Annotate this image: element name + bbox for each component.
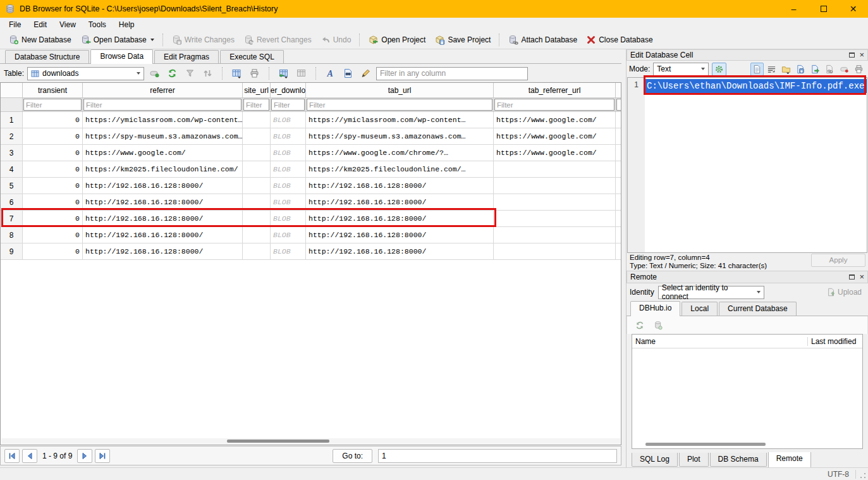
- sort-columns-icon[interactable]: [200, 66, 215, 80]
- cell-site-url[interactable]: [243, 161, 271, 178]
- row-number[interactable]: 4: [1, 161, 23, 178]
- filter-any-column-input[interactable]: [376, 67, 528, 80]
- refresh-icon[interactable]: [165, 66, 180, 80]
- cell-tab-referrer-url[interactable]: [494, 178, 616, 194]
- column-header-referrer[interactable]: referrer: [83, 83, 243, 98]
- cell-transient[interactable]: 0: [23, 194, 83, 211]
- cell-clipped[interactable]: [616, 112, 621, 128]
- menu-tools[interactable]: Tools: [82, 19, 113, 30]
- row-number[interactable]: 2: [1, 128, 23, 145]
- menu-view[interactable]: View: [53, 19, 82, 30]
- tab-execute-sql[interactable]: Execute SQL: [220, 50, 284, 63]
- import-records-icon[interactable]: [276, 66, 291, 80]
- table-row[interactable]: 50http://192.168.16.128:8000/BLOBhttp://…: [1, 178, 621, 194]
- cell-tab-referrer-url[interactable]: [494, 227, 616, 243]
- cell-site-url[interactable]: [243, 211, 271, 227]
- cell-referrer[interactable]: https://spy-museum.s3.amazonaws.com…: [83, 128, 243, 145]
- tab-database-structure[interactable]: Database Structure: [5, 50, 89, 63]
- cell-tab-referrer-url[interactable]: https://www.google.com/: [494, 145, 616, 161]
- mode-select[interactable]: Text: [653, 63, 709, 76]
- close-dock-icon[interactable]: ×: [859, 52, 864, 58]
- goto-button[interactable]: Go to:: [333, 449, 372, 463]
- cell-clipped[interactable]: [616, 243, 621, 260]
- tab-browse-data[interactable]: Browse Data: [90, 49, 153, 64]
- cell-referrer[interactable]: http://192.168.16.128:8000/: [83, 194, 243, 211]
- menu-help[interactable]: Help: [113, 19, 141, 30]
- revert-changes-button[interactable]: Revert Changes: [239, 33, 316, 47]
- cell-referrer[interactable]: https://ymiclassroom.com/wp-content…: [83, 112, 243, 128]
- save-view-icon[interactable]: [229, 66, 244, 80]
- tab-current-database[interactable]: Current Database: [719, 302, 797, 316]
- font-format-icon[interactable]: A: [323, 66, 338, 80]
- cell-transient[interactable]: 0: [23, 211, 83, 227]
- cell-site-url[interactable]: [243, 243, 271, 260]
- cell-embedder-download-data[interactable]: BLOB: [271, 128, 306, 145]
- cell-embedder-download-data[interactable]: BLOB: [271, 161, 306, 178]
- row-number[interactable]: 5: [1, 178, 23, 194]
- menu-file[interactable]: File: [3, 19, 27, 30]
- row-number[interactable]: 1: [1, 112, 23, 128]
- cell-clipped[interactable]: [616, 178, 621, 194]
- cell-transient[interactable]: 0: [23, 145, 83, 161]
- auto-switch-mode-button[interactable]: [712, 63, 726, 76]
- row-number[interactable]: 3: [1, 145, 23, 161]
- print-cell-icon[interactable]: [852, 63, 865, 76]
- cell-referrer[interactable]: https://www.google.com/: [83, 145, 243, 161]
- cell-tab-referrer-url[interactable]: [494, 161, 616, 178]
- filter-input-site-url[interactable]: [243, 99, 269, 111]
- remote-list-scrollbar-thumb[interactable]: [645, 443, 766, 446]
- undo-button[interactable]: Undo: [316, 33, 356, 47]
- cell-site-url[interactable]: [243, 145, 271, 161]
- table-row[interactable]: 60http://192.168.16.128:8000/BLOBhttp://…: [1, 194, 621, 211]
- remote-list-scrollbar[interactable]: [633, 443, 862, 446]
- cell-referrer[interactable]: http://192.168.16.128:8000/: [83, 178, 243, 194]
- column-header-tab-url[interactable]: tab_url: [306, 83, 494, 98]
- close-dock-icon[interactable]: ×: [859, 274, 864, 280]
- row-number[interactable]: 6: [1, 194, 23, 211]
- cell-embedder-download-data[interactable]: BLOB: [271, 178, 306, 194]
- cell-tab-url[interactable]: http://192.168.16.128:8000/: [306, 194, 494, 211]
- open-external-link-icon[interactable]: [823, 63, 836, 76]
- clear-filters-icon[interactable]: [183, 66, 197, 80]
- cell-transient[interactable]: 0: [23, 243, 83, 260]
- export-records-icon[interactable]: [294, 66, 309, 80]
- tab-db-schema[interactable]: DB Schema: [710, 453, 767, 467]
- cell-site-url[interactable]: [243, 227, 271, 243]
- cell-tab-referrer-url[interactable]: [494, 211, 616, 227]
- word-wrap-icon[interactable]: [765, 63, 778, 76]
- close-database-button[interactable]: Close Database: [582, 33, 657, 47]
- tab-dbhub[interactable]: DBHub.io: [630, 301, 680, 316]
- cell-tab-url[interactable]: http://192.168.16.128:8000/: [306, 227, 494, 243]
- maximize-button[interactable]: [809, 0, 838, 18]
- open-project-button[interactable]: Open Project: [364, 33, 430, 47]
- goto-input[interactable]: [378, 449, 617, 463]
- cell-site-url[interactable]: [243, 128, 271, 145]
- remote-clone-database-icon[interactable]: [651, 318, 665, 332]
- export-to-file-icon[interactable]: [794, 63, 807, 76]
- cell-referrer[interactable]: https://km2025.filecloudonline.com/: [83, 161, 243, 178]
- cell-tab-referrer-url[interactable]: [494, 243, 616, 260]
- filter-input-referrer[interactable]: [83, 99, 241, 111]
- cell-transient[interactable]: 0: [23, 161, 83, 178]
- float-dock-icon[interactable]: [849, 274, 855, 280]
- close-button[interactable]: ✕: [838, 0, 868, 18]
- next-record-button[interactable]: [77, 449, 92, 463]
- column-header-site-url[interactable]: site_url: [243, 83, 271, 98]
- cell-embedder-download-data[interactable]: BLOB: [271, 112, 306, 128]
- cell-tab-url[interactable]: http://192.168.16.128:8000/: [306, 178, 494, 194]
- row-number[interactable]: 7: [1, 211, 23, 227]
- cell-site-url[interactable]: [243, 178, 271, 194]
- cell-transient[interactable]: 0: [23, 128, 83, 145]
- grid-horizontal-scrollbar[interactable]: [1, 438, 620, 444]
- last-record-button[interactable]: [95, 449, 110, 463]
- cell-embedder-download-data[interactable]: BLOB: [271, 227, 306, 243]
- row-number[interactable]: 9: [1, 243, 23, 260]
- cell-tab-url[interactable]: https://spy-museum.s3.amazonaws.com…: [306, 128, 494, 145]
- cell-tab-url[interactable]: https://km2025.filecloudonline.com/…: [306, 161, 494, 178]
- cell-tab-url[interactable]: https://www.google.com/chrome/?…: [306, 145, 494, 161]
- write-changes-button[interactable]: Write Changes: [167, 33, 239, 47]
- cell-embedder-download-data[interactable]: BLOB: [271, 145, 306, 161]
- tab-plot[interactable]: Plot: [679, 453, 709, 467]
- menu-edit[interactable]: Edit: [27, 19, 53, 30]
- edit-cell-icon[interactable]: [358, 66, 373, 80]
